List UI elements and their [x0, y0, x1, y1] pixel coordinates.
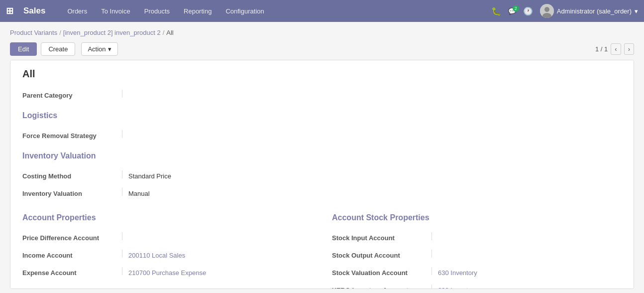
force-removal-row: Force Removal Strategy — [22, 128, 622, 142]
field-sep — [431, 232, 432, 240]
breadcrumb-sep1: / — [59, 29, 61, 36]
main-content: All Parent Category Logistics Force Remo… — [10, 60, 634, 289]
pagination: 1 / 1 ‹ › — [595, 43, 634, 55]
parent-category-row: Parent Category — [22, 88, 622, 101]
edit-button[interactable]: Edit — [10, 42, 37, 56]
stock-valuation-label: Stock Valuation Account — [332, 269, 431, 277]
field-sep — [122, 250, 122, 258]
page-title: All — [22, 68, 622, 80]
two-col-section: Account Properties Price Difference Acco… — [22, 203, 622, 289]
account-properties-header: Account Properties — [22, 213, 312, 224]
income-account-label: Income Account — [22, 252, 122, 259]
pagination-count: 1 / 1 — [595, 45, 608, 53]
stock-input-label: Stock Input Account — [332, 234, 431, 242]
topnav-right: 🐛 💬 2 🕐 Administrator (sale_order) ▾ — [489, 4, 638, 18]
create-button[interactable]: Create — [41, 42, 75, 56]
expense-account-value[interactable]: 210700 Purchase Expense — [128, 269, 206, 277]
nav-reporting[interactable]: Reporting — [178, 4, 217, 18]
bug-icon[interactable]: 🐛 — [489, 4, 503, 18]
expense-account-label: Expense Account — [22, 269, 122, 277]
nav-configuration[interactable]: Configuration — [219, 4, 270, 18]
top-navigation: ⊞ Sales Orders To Invoice Products Repor… — [0, 0, 644, 22]
toolbar: Edit Create Action ▾ 1 / 1 ‹ › — [0, 40, 644, 60]
inventory-valuation-value: Manual — [128, 190, 150, 197]
xero-inventory-value[interactable]: 630 Inventory — [438, 287, 477, 289]
breadcrumb-product-variants[interactable]: Product Variants — [10, 29, 57, 36]
stock-input-row: Stock Input Account — [332, 230, 622, 244]
field-sep — [431, 285, 432, 289]
clock-icon[interactable]: 🕐 — [521, 4, 535, 18]
force-removal-label: Force Removal Strategy — [22, 132, 122, 140]
nav-products[interactable]: Products — [138, 4, 176, 18]
price-diff-label: Price Difference Account — [22, 234, 122, 242]
action-button[interactable]: Action ▾ — [81, 42, 117, 56]
price-diff-row: Price Difference Account — [22, 230, 312, 244]
income-account-row: Income Account 200110 Local Sales — [22, 248, 312, 261]
nav-menu: Orders To Invoice Products Reporting Con… — [61, 4, 481, 18]
field-sep — [122, 232, 122, 240]
pagination-prev[interactable]: ‹ — [611, 43, 621, 55]
app-grid-icon[interactable]: ⊞ — [6, 5, 13, 16]
app-name: Sales — [23, 6, 45, 16]
xero-inventory-row: XERO Inventory Account 630 Inventory — [332, 283, 622, 289]
notification-badge: 2 — [513, 5, 519, 11]
field-sep — [122, 267, 122, 275]
stock-output-label: Stock Output Account — [332, 252, 431, 259]
breadcrumb-current: All — [166, 29, 173, 36]
field-sep — [431, 250, 432, 258]
breadcrumb-sep2: / — [163, 29, 165, 36]
notification-icon[interactable]: 💬 2 — [508, 7, 516, 15]
field-sep — [431, 267, 432, 275]
costing-method-value: Standard Price — [128, 172, 171, 180]
parent-category-label: Parent Category — [22, 92, 122, 99]
inventory-valuation-row: Inventory Valuation Manual — [22, 186, 622, 199]
field-sep — [122, 188, 122, 196]
account-stock-properties-header: Account Stock Properties — [332, 213, 622, 224]
action-dropdown-icon: ▾ — [108, 45, 111, 53]
field-sep — [122, 170, 122, 178]
avatar — [540, 4, 554, 18]
income-account-value[interactable]: 200110 Local Sales — [128, 252, 185, 259]
user-dropdown-icon: ▾ — [635, 7, 638, 15]
inventory-valuation-section-header: Inventory Valuation — [22, 151, 622, 162]
stock-valuation-value[interactable]: 630 Inventory — [438, 269, 477, 277]
svg-point-1 — [544, 7, 549, 12]
account-properties-col: Account Properties Price Difference Acco… — [22, 203, 312, 289]
stock-valuation-row: Stock Valuation Account 630 Inventory — [332, 265, 622, 279]
logistics-section-header: Logistics — [22, 111, 622, 122]
costing-method-row: Costing Method Standard Price — [22, 168, 622, 182]
nav-orders[interactable]: Orders — [61, 4, 93, 18]
xero-inventory-label: XERO Inventory Account — [332, 287, 431, 289]
field-sep — [122, 130, 122, 138]
user-label: Administrator (sale_order) — [557, 7, 632, 15]
breadcrumb-product[interactable]: [inven_product 2] inven_product 2 — [63, 29, 161, 36]
expense-account-row: Expense Account 210700 Purchase Expense — [22, 265, 312, 279]
nav-to-invoice[interactable]: To Invoice — [95, 4, 136, 18]
stock-output-row: Stock Output Account — [332, 248, 622, 261]
user-menu[interactable]: Administrator (sale_order) ▾ — [540, 4, 638, 18]
field-sep — [122, 90, 122, 98]
account-stock-properties-col: Account Stock Properties Stock Input Acc… — [332, 203, 622, 289]
breadcrumb: Product Variants / [inven_product 2] inv… — [0, 22, 644, 40]
action-button-label: Action — [88, 45, 106, 53]
costing-method-label: Costing Method — [22, 172, 122, 180]
pagination-next[interactable]: › — [624, 43, 634, 55]
inventory-valuation-label: Inventory Valuation — [22, 190, 122, 197]
